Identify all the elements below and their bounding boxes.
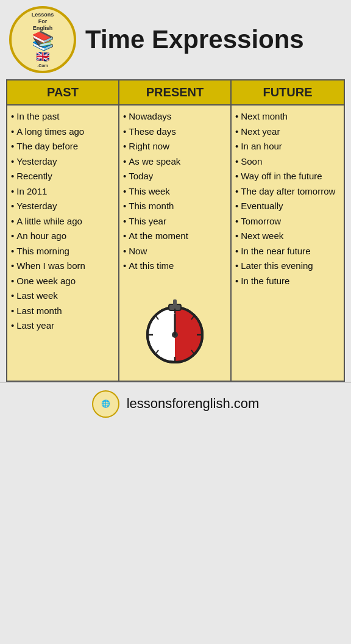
list-item: Next week	[235, 230, 340, 242]
list-item: Way off in the future	[235, 170, 340, 182]
page-header: LessonsForEnglish 📚 🇬🇧 .Com Time Express…	[0, 0, 351, 79]
list-item: Recently	[11, 170, 115, 182]
future-column: Next month Next year In an hour Soon Way…	[232, 106, 344, 381]
list-item: At this time	[123, 260, 227, 272]
page-footer: 🌐 lessonsforenglish.com	[0, 382, 351, 425]
list-item: A little while ago	[11, 215, 115, 227]
footer-logo: 🌐	[92, 390, 119, 418]
logo: LessonsForEnglish 📚 🇬🇧 .Com	[9, 6, 76, 73]
list-item: The day after tomorrow	[235, 185, 340, 198]
list-item: This month	[123, 200, 227, 212]
list-item: Soon	[235, 156, 340, 168]
list-item: This year	[123, 215, 227, 227]
list-item: Last week	[11, 290, 115, 302]
list-item: This morning	[11, 245, 115, 257]
list-item: In the future	[235, 275, 340, 287]
list-item: Next month	[235, 110, 340, 123]
future-list: Next month Next year In an hour Soon Way…	[235, 110, 340, 287]
present-header: PRESENT	[119, 80, 232, 104]
list-item: Last month	[11, 305, 115, 317]
present-column: Nowadays These days Right now As we spea…	[119, 106, 232, 381]
future-header: FUTURE	[232, 80, 344, 104]
past-column: In the past A long times ago The day bef…	[7, 106, 119, 381]
list-item: Last year	[11, 320, 115, 332]
past-header: PAST	[7, 80, 119, 104]
list-item: Right now	[123, 140, 227, 152]
list-item: Now	[123, 245, 227, 257]
list-item: In the near future	[235, 245, 340, 257]
list-item: Yesterday	[11, 200, 115, 212]
list-item: An hour ago	[11, 230, 115, 242]
list-item: Nowadays	[123, 110, 227, 123]
list-item: Yesterday	[11, 156, 115, 168]
main-table: PAST PRESENT FUTURE In the past A long t…	[6, 79, 345, 382]
list-item: One week ago	[11, 275, 115, 287]
list-item: When I was born	[11, 260, 115, 272]
list-item: This week	[123, 185, 227, 198]
past-list: In the past A long times ago The day bef…	[11, 110, 115, 332]
table-body: In the past A long times ago The day bef…	[7, 106, 344, 381]
list-item: These days	[123, 126, 227, 138]
page-title: Time Expressions	[85, 25, 304, 54]
list-item: In the past	[11, 110, 115, 123]
list-item: Eventually	[235, 200, 340, 212]
stopwatch-container	[123, 275, 227, 376]
list-item: The day before	[11, 140, 115, 152]
table-header: PAST PRESENT FUTURE	[7, 80, 344, 106]
list-item: Later this evening	[235, 260, 340, 272]
list-item: Tomorrow	[235, 215, 340, 227]
stopwatch-icon	[141, 287, 208, 363]
list-item: A long times ago	[11, 126, 115, 138]
svg-rect-3	[173, 299, 177, 307]
list-item: As we speak	[123, 156, 227, 168]
list-item: In an hour	[235, 140, 340, 152]
footer-url: lessonsforenglish.com	[127, 396, 260, 412]
list-item: Today	[123, 170, 227, 182]
present-list: Nowadays These days Right now As we spea…	[123, 110, 227, 272]
list-item: In 2011	[11, 185, 115, 198]
list-item: Next year	[235, 126, 340, 138]
list-item: At the moment	[123, 230, 227, 242]
